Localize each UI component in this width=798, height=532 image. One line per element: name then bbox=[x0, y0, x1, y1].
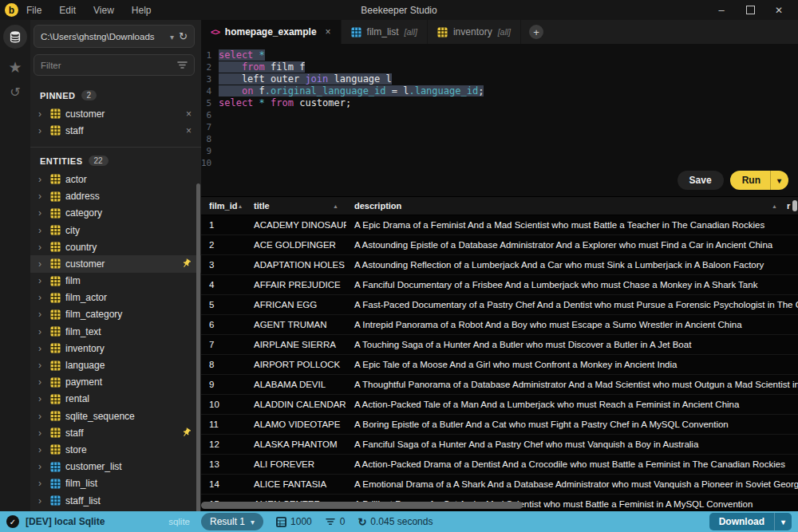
cell-description[interactable]: A Fanciful Documentary of a Frisbee And … bbox=[346, 280, 798, 290]
cell-film-id[interactable]: 6 bbox=[201, 320, 246, 329]
table-row[interactable]: 7AIRPLANE SIERRAA Touching Saga of a Hun… bbox=[201, 335, 798, 355]
chevron-down-icon[interactable] bbox=[170, 31, 174, 42]
sidebar-item-category[interactable]: category bbox=[30, 205, 201, 222]
close-window-icon[interactable] bbox=[768, 2, 790, 18]
cell-film-id[interactable]: 3 bbox=[201, 260, 246, 270]
chevron-right-icon[interactable] bbox=[38, 360, 45, 371]
cell-description[interactable]: A Touching Saga of a Hunter And a Butler… bbox=[346, 340, 798, 349]
tab-inventory[interactable]: inventory[all] bbox=[428, 20, 521, 44]
cell-film-id[interactable]: 13 bbox=[201, 459, 246, 469]
tab-film_list[interactable]: film_list[all] bbox=[342, 20, 428, 44]
table-row[interactable]: 3ADAPTATION HOLESA Astounding Reflection… bbox=[201, 255, 798, 275]
sidebar-item-store[interactable]: store bbox=[30, 441, 201, 458]
chevron-right-icon[interactable] bbox=[38, 174, 45, 185]
filter-input[interactable] bbox=[41, 61, 177, 70]
unpin-icon[interactable] bbox=[186, 125, 192, 136]
run-button-label[interactable]: Run bbox=[730, 171, 770, 190]
new-tab-button[interactable]: + bbox=[529, 25, 543, 39]
cell-title[interactable]: ACADEMY DINOSAUR bbox=[246, 220, 346, 230]
sidebar-item-country[interactable]: country bbox=[30, 238, 201, 255]
result-selector[interactable]: Result 1 bbox=[201, 513, 263, 530]
table-row[interactable]: 5AFRICAN EGGA Fast-Paced Documentary of … bbox=[201, 295, 798, 315]
sidebar-item-city[interactable]: city bbox=[30, 222, 201, 238]
download-button[interactable]: Download bbox=[709, 513, 792, 530]
cell-title[interactable]: AFFAIR PREJUDICE bbox=[246, 280, 346, 290]
sidebar-item-film_text[interactable]: film_text bbox=[30, 323, 201, 340]
save-button[interactable]: Save bbox=[678, 171, 724, 190]
table-row[interactable]: 8AIRPORT POLLOCKA Epic Tale of a Moose A… bbox=[201, 355, 798, 375]
menu-help[interactable]: Help bbox=[132, 5, 152, 16]
chevron-right-icon[interactable] bbox=[38, 444, 45, 455]
cell-title[interactable]: ACE GOLDFINGER bbox=[246, 240, 346, 250]
chevron-right-icon[interactable] bbox=[38, 461, 45, 472]
cell-description[interactable]: A Fast-Paced Documentary of a Pastry Che… bbox=[346, 300, 798, 309]
cell-film-id[interactable]: 9 bbox=[201, 380, 246, 389]
chevron-right-icon[interactable] bbox=[38, 292, 45, 303]
chevron-right-icon[interactable] bbox=[38, 428, 45, 439]
sidebar-item-film_actor[interactable]: film_actor bbox=[30, 290, 201, 306]
cell-description[interactable]: A Action-Packed Drama of a Dentist And a… bbox=[346, 459, 798, 469]
chevron-right-icon[interactable] bbox=[38, 478, 45, 489]
sql-editor[interactable]: 1select *2 from film f3 left outer join … bbox=[201, 44, 798, 197]
chevron-right-icon[interactable] bbox=[38, 108, 45, 120]
sidebar-scrollbar[interactable] bbox=[196, 183, 200, 511]
cell-description[interactable]: A Astounding Epistle of a Database Admin… bbox=[346, 240, 798, 250]
run-button[interactable]: Run bbox=[730, 171, 788, 190]
chevron-right-icon[interactable] bbox=[38, 495, 45, 506]
chevron-right-icon[interactable] bbox=[38, 393, 45, 404]
chevron-right-icon[interactable] bbox=[38, 411, 45, 422]
chevron-right-icon[interactable] bbox=[38, 242, 45, 253]
cell-description[interactable]: A Epic Tale of a Moose And a Girl who mu… bbox=[346, 360, 798, 369]
cell-title[interactable]: ALICE FANTASIA bbox=[246, 479, 346, 489]
cell-title[interactable]: AGENT TRUMAN bbox=[246, 320, 346, 329]
table-row[interactable]: 6AGENT TRUMANA Intrepid Panorama of a Ro… bbox=[201, 315, 798, 335]
table-row[interactable]: 9ALABAMA DEVILA Thoughtful Panorama of a… bbox=[201, 375, 798, 395]
table-row[interactable]: 13ALI FOREVERA Action-Packed Drama of a … bbox=[201, 455, 798, 475]
chevron-right-icon[interactable] bbox=[38, 275, 45, 286]
cell-film-id[interactable]: 10 bbox=[201, 400, 246, 409]
chevron-right-icon[interactable] bbox=[38, 326, 45, 337]
chevron-right-icon[interactable] bbox=[38, 207, 45, 219]
sidebar-item-film[interactable]: film bbox=[30, 273, 201, 290]
refresh-icon[interactable] bbox=[179, 30, 188, 42]
cell-description[interactable]: A Astounding Reflection of a Lumberjack … bbox=[346, 260, 798, 270]
column-header-description[interactable]: description bbox=[346, 201, 785, 211]
table-row[interactable]: 14ALICE FANTASIAA Emotional Drama of a A… bbox=[201, 475, 798, 495]
cell-film-id[interactable]: 7 bbox=[201, 340, 246, 349]
sidebar-item-customer[interactable]: customer bbox=[30, 105, 201, 122]
cell-film-id[interactable]: 11 bbox=[201, 420, 246, 429]
cell-description[interactable]: A Boring Epistle of a Butler And a Cat w… bbox=[346, 420, 798, 429]
column-header-film_id[interactable]: film_id bbox=[201, 201, 246, 211]
cell-film-id[interactable]: 1 bbox=[201, 220, 246, 230]
table-row[interactable]: 4AFFAIR PREJUDICEA Fanciful Documentary … bbox=[201, 275, 798, 295]
minimize-icon[interactable] bbox=[710, 2, 733, 18]
sidebar-item-staff[interactable]: staff bbox=[30, 424, 201, 441]
table-row[interactable]: 11ALAMO VIDEOTAPEA Boring Epistle of a B… bbox=[201, 415, 798, 435]
menu-view[interactable]: View bbox=[93, 5, 114, 16]
vertical-scrollbar[interactable] bbox=[792, 200, 797, 211]
cell-title[interactable]: ALADDIN CALENDAR bbox=[246, 400, 346, 409]
sidebar-item-rental[interactable]: rental bbox=[30, 391, 201, 408]
cell-description[interactable]: A Fanciful Saga of a Hunter And a Pastry… bbox=[346, 439, 798, 449]
table-row[interactable]: 1ACADEMY DINOSAURA Epic Drama of a Femin… bbox=[201, 215, 798, 235]
filter-icon[interactable] bbox=[177, 61, 188, 69]
run-options-caret-icon[interactable] bbox=[770, 171, 788, 190]
sidebar-item-customer[interactable]: customer bbox=[30, 255, 201, 272]
close-tab-icon[interactable] bbox=[326, 26, 331, 37]
sidebar-item-payment[interactable]: payment bbox=[30, 374, 201, 391]
cell-film-id[interactable]: 12 bbox=[201, 439, 246, 449]
cell-description[interactable]: A Emotional Drama of a A Shark And a Dat… bbox=[346, 479, 798, 489]
sidebar-item-film_list[interactable]: film_list bbox=[30, 475, 201, 492]
chevron-right-icon[interactable] bbox=[38, 258, 45, 270]
horizontal-scrollbar[interactable] bbox=[201, 502, 523, 509]
cell-film-id[interactable]: 4 bbox=[201, 280, 246, 290]
table-row[interactable]: 10ALADDIN CALENDARA Action-Packed Tale o… bbox=[201, 395, 798, 415]
cell-title[interactable]: AIRPORT POLLOCK bbox=[246, 360, 346, 369]
chevron-right-icon[interactable] bbox=[38, 376, 45, 388]
tables-panel-icon[interactable] bbox=[3, 25, 27, 49]
menu-file[interactable]: File bbox=[26, 5, 41, 16]
table-row[interactable]: 2ACE GOLDFINGERA Astounding Epistle of a… bbox=[201, 235, 798, 255]
entities-section-header[interactable]: ENTITIES 22 bbox=[30, 148, 201, 171]
download-options-caret-icon[interactable] bbox=[774, 513, 792, 530]
menu-edit[interactable]: Edit bbox=[59, 5, 76, 16]
